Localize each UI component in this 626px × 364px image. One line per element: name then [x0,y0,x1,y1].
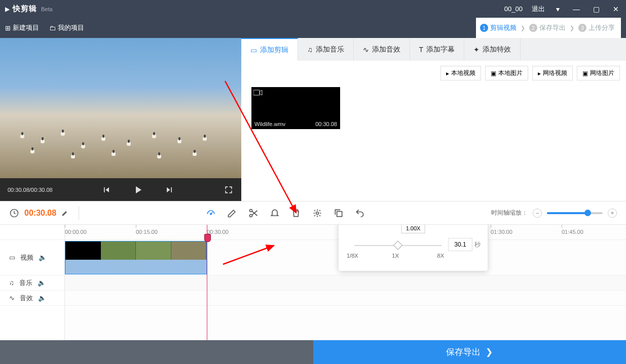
tab-add-music[interactable]: ♫添加音乐 [298,38,354,61]
speed-max-label: 8X [412,253,480,259]
speed-duration-input[interactable] [448,238,472,251]
speaker-icon[interactable]: 🔈 [38,279,46,287]
delete-tool[interactable] [291,208,301,218]
clip-thumbnail[interactable]: Wildlife.wmv 00:30.08 [251,87,340,129]
speaker-icon[interactable]: 🔈 [38,294,46,302]
source-buttons: ▸本地视频 ▣本地图片 ▸网络视频 ▣网络图片 [241,61,626,85]
preview-panel: 00:30.08/00:30.08 [0,38,241,201]
export-button[interactable]: 保存导出 ❯ [313,340,627,364]
new-project-button[interactable]: ⊞ 新建项目 [5,23,39,32]
copy-tool[interactable] [334,208,344,218]
main-area: 00:30.08/00:30.08 ▭添加剪辑 ♫添加音乐 ∿添加音效 T添加字… [0,38,626,201]
playhead[interactable] [207,225,207,340]
logout-button[interactable]: 退出 [532,5,545,14]
minimize-icon[interactable]: — [571,5,582,13]
prev-button[interactable] [101,185,112,195]
web-video-button[interactable]: ▸网络视频 [532,66,573,80]
zoom-slider[interactable] [547,212,603,214]
wizard-step-edit[interactable]: 1剪辑视频 [480,23,517,32]
wizard-step-export[interactable]: 2保存导出 [529,23,566,32]
close-icon[interactable]: ✕ [611,5,621,13]
preview-controls: 00:30.08/00:30.08 [0,178,241,201]
svg-point-5 [316,212,318,214]
svg-point-2 [210,213,211,215]
edit-tool[interactable] [227,208,237,218]
fullscreen-button[interactable] [224,185,234,195]
cut-tool[interactable] [248,208,259,218]
local-image-button[interactable]: ▣本地图片 [485,66,528,80]
speed-min-label: 1/8X [347,253,379,259]
bell-tool[interactable] [270,208,280,218]
clip-duration: 00:30.08 [315,121,337,128]
track-area[interactable]: 00:00.00 00:15.00 00:30.00 1:15.00 01:30… [65,225,626,340]
asset-tabs: ▭添加剪辑 ♫添加音乐 ∿添加音效 T添加字幕 ✦添加特效 [241,38,626,61]
tab-add-effect[interactable]: ✦添加特效 [464,38,521,61]
timeline-tools [84,208,486,218]
my-projects-label: 我的项目 [58,23,84,32]
detach-tool[interactable] [312,208,322,218]
pencil-icon[interactable] [61,210,68,217]
speed-popover: 1.00X 1/8X 1X 8X 秒 [339,225,488,271]
undo-tool[interactable] [355,208,365,218]
svg-rect-6 [337,211,342,216]
preview-time: 00:30.08/00:30.08 [8,187,53,193]
ruler-tick: 01:30.00 [491,229,512,235]
zoom-out-button[interactable]: − [533,209,542,218]
svg-point-3 [249,214,252,217]
main-toolbar: ⊞ 新建项目 🗀 我的项目 1剪辑视频 ❯ 2保存导出 ❯ 3上传分享 [0,18,626,38]
track-label-video: ▭ 视频 🔈 [0,240,64,275]
local-video-button[interactable]: ▸本地视频 [440,66,481,80]
camera-icon: ▭ [9,254,15,261]
clip-filename: Wildlife.wmv [254,121,285,128]
tab-add-clip[interactable]: ▭添加剪辑 [241,38,298,61]
sfx-icon: ∿ [363,46,369,54]
plus-icon: ⊞ [5,24,11,32]
clock-icon [9,208,19,218]
music-icon: ♫ [307,46,313,54]
chevron-right-icon: ❯ [521,25,525,31]
timeline-header: 00:30.08 时间轴缩放： − + [0,201,626,225]
chevron-right-icon: ❯ [570,25,574,31]
beta-label: Beta [41,6,53,12]
speed-slider-knob[interactable] [393,240,402,250]
ruler-tick: 00:00.00 [65,229,87,235]
speed-value: 1.00X [401,225,425,233]
maximize-icon[interactable]: ▢ [591,5,602,13]
speed-mid-label: 1X [379,253,412,259]
timecode: 00:30.08 [24,209,56,218]
play-circle-icon: ▸ [538,70,541,77]
play-circle-icon: ▸ [446,70,449,77]
sfx-icon: ∿ [9,294,15,302]
track-label-sfx: ∿ 音效 🔈 [0,291,64,306]
wizard-step-share[interactable]: 3上传分享 [578,23,615,32]
my-projects-button[interactable]: 🗀 我的项目 [49,23,84,32]
timeline-clip[interactable] [65,241,207,274]
picture-icon: ▣ [491,70,496,77]
speaker-icon[interactable]: 🔈 [39,254,47,261]
preview-video[interactable] [0,38,241,178]
footer: 保存导出 ❯ [0,340,626,364]
new-project-label: 新建项目 [13,23,39,32]
wizard-steps: 1剪辑视频 ❯ 2保存导出 ❯ 3上传分享 [476,18,621,38]
tab-add-subtitle[interactable]: T添加字幕 [410,38,465,61]
track-label-music: ♫ 音乐 🔈 [0,275,64,291]
assets-panel: ▭添加剪辑 ♫添加音乐 ∿添加音效 T添加字幕 ✦添加特效 ▸本地视频 ▣本地图… [241,38,626,201]
tab-add-sfx[interactable]: ∿添加音效 [354,38,410,61]
web-image-button[interactable]: ▣网络图片 [577,66,620,80]
zoom-in-button[interactable]: + [608,209,617,218]
next-button[interactable] [164,185,174,195]
sfx-track[interactable] [65,291,626,306]
app-title: 快剪辑 [13,4,37,14]
track-labels: ▭ 视频 🔈 ♫ 音乐 🔈 ∿ 音效 🔈 [0,225,65,340]
timeline: ▭ 视频 🔈 ♫ 音乐 🔈 ∿ 音效 🔈 00:00.00 00:15.00 0… [0,225,626,340]
camera-icon: ▭ [250,46,257,54]
svg-point-4 [249,209,252,212]
zoom-label: 时间轴缩放： [491,209,528,217]
speed-tool[interactable] [206,208,216,218]
user-label: 00_00 [504,5,523,13]
play-button[interactable] [132,184,144,196]
dropdown-icon[interactable]: ▾ [554,5,562,13]
folder-icon: 🗀 [49,24,56,32]
music-track[interactable] [65,275,626,291]
empty-track [65,306,626,340]
